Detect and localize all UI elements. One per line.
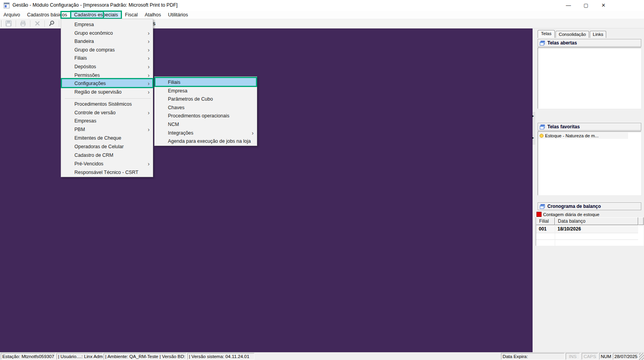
menu-item-pre-vencidos[interactable]: Pré-Vencidos› xyxy=(62,160,152,168)
telas-favoritas-header[interactable]: Telas favoritas xyxy=(538,123,641,131)
menubar-item-cadastros-especiais[interactable]: Cadastros especiais xyxy=(71,11,122,19)
save-icon[interactable] xyxy=(4,19,13,28)
menu-item-configuracoes[interactable]: Configurações› xyxy=(62,79,152,88)
splitter-arrow-icon: ▸ xyxy=(532,114,534,118)
legend-red-square-icon xyxy=(536,212,542,217)
submenu-item-agenda-jobs-loja[interactable]: Agenda para execução de jobs na loja xyxy=(155,137,256,145)
menu-item-pbm[interactable]: PBM› xyxy=(62,125,152,134)
menu-item-grupo-economico[interactable]: Grupo econômico› xyxy=(62,29,152,37)
resize-grip[interactable] xyxy=(639,353,644,360)
submenu-item-chaves[interactable]: Chaves xyxy=(155,103,256,112)
table-cell-data-balanco[interactable]: 18/10/2026 xyxy=(555,225,638,233)
submenu-item-integracoes[interactable]: Integrações› xyxy=(155,129,256,137)
legend-label: Contagem diária de estoque xyxy=(543,212,600,217)
status-versao-sistema: | Versão sistema: 04.11.24.01 xyxy=(187,353,254,360)
status-data-expira: Data Expira: xyxy=(501,353,565,360)
status-date: 28/07/2025 xyxy=(613,353,639,360)
menu-item-controle-de-versao[interactable]: Controle de versão› xyxy=(62,108,152,117)
submenu-item-empresa[interactable]: Empresa xyxy=(155,87,256,95)
close-button[interactable]: ✕ xyxy=(598,1,609,10)
status-num-indicator: NUM xyxy=(599,353,612,360)
telas-favoritas-list[interactable]: Estoque - Natureza de m... xyxy=(538,131,641,195)
title-bar: Gestão - Módulo Configuração - [Impresso… xyxy=(0,0,644,11)
menu-item-filiais[interactable]: Filiais› xyxy=(62,54,152,62)
table-gridline xyxy=(536,233,638,233)
submenu-item-parametros-de-cubo[interactable]: Parâmetros de Cubo xyxy=(155,95,256,103)
favorite-item-label: Estoque - Natureza de m... xyxy=(545,133,598,138)
menu-cadastros-especiais: Empresa Grupo econômico› Bandeira› Grupo… xyxy=(61,19,153,177)
column-header-data-balanco[interactable]: Data balanço xyxy=(555,217,638,225)
minimize-button[interactable]: — xyxy=(563,1,573,10)
print-icon[interactable] xyxy=(18,19,28,28)
menu-item-depositos[interactable]: Depósitos› xyxy=(62,62,152,71)
column-header-filial[interactable]: Filial xyxy=(536,217,555,225)
menubar-item-cadastros-basicos[interactable]: Cadastros básicos xyxy=(23,11,71,19)
table-gridline xyxy=(536,239,638,240)
menu-item-responsavel-tecnico-csrt[interactable]: Responsável Técnico - CSRT xyxy=(62,168,152,177)
toolbar-grip xyxy=(1,20,2,27)
status-estacao: Estação: Mtznotfs059307 xyxy=(1,353,56,360)
menubar-item-utilitarios[interactable]: Utilitários xyxy=(164,11,191,19)
tab-telas[interactable]: Telas xyxy=(538,30,555,38)
table-cell-filial[interactable]: 001 xyxy=(536,225,555,233)
splitter-arrow-icon: ▸ xyxy=(532,136,534,140)
submenu-arrow-icon: › xyxy=(148,46,150,54)
status-usuario: | Usuário....: Linx Adm xyxy=(56,353,103,360)
menu-item-emitentes-de-cheque[interactable]: Emitentes de Cheque xyxy=(62,134,152,142)
submenu-arrow-icon: › xyxy=(148,29,150,37)
favorite-item-estoque-natureza[interactable]: Estoque - Natureza de m... xyxy=(538,133,628,139)
menubar-item-arquivo[interactable]: Arquivo xyxy=(0,11,23,19)
right-panel: Telas Consolidação Links Telas abertas T… xyxy=(535,28,644,352)
window-title: Gestão - Módulo Configuração - [Impresso… xyxy=(12,2,178,8)
submenu-arrow-icon: › xyxy=(148,88,150,96)
menu-item-procedimentos-sistemicos[interactable]: Procedimentos Sistêmicos xyxy=(62,100,152,108)
menu-item-empresa[interactable]: Empresa xyxy=(62,20,152,29)
table-gridline xyxy=(555,225,555,246)
status-ambiente-versao-bd: | Ambiente: QA_RM-Teste | Versão BD: xyxy=(104,353,187,360)
tab-consolidacao[interactable]: Consolidação xyxy=(556,31,589,38)
menubar-item-fiscal[interactable]: Fiscal xyxy=(122,11,141,19)
telas-abertas-list[interactable] xyxy=(538,48,641,109)
menu-item-grupo-de-compras[interactable]: Grupo de compras› xyxy=(62,46,152,54)
maximize-button[interactable]: ▢ xyxy=(581,1,591,10)
submenu-arrow-icon: › xyxy=(148,62,150,71)
submenu-arrow-icon: › xyxy=(148,79,150,88)
menu-item-regiao-de-supervisao[interactable]: Região de supervisão› xyxy=(62,88,152,96)
delete-icon[interactable] xyxy=(33,19,42,28)
submenu-arrow-icon: › xyxy=(148,71,150,80)
search-icon[interactable] xyxy=(47,19,56,28)
stacked-windows-icon xyxy=(540,41,545,46)
submenu-configuracoes: Filiais Empresa Parâmetros de Cubo Chave… xyxy=(154,76,257,146)
status-bar: Estação: Mtznotfs059307 | Usuário....: L… xyxy=(0,352,644,360)
menu-item-operadoras-de-celular[interactable]: Operadoras de Celular xyxy=(62,142,152,151)
submenu-item-procedimentos-operacionais[interactable]: Procedimentos operacionais xyxy=(155,112,256,120)
submenu-arrow-icon: › xyxy=(148,108,150,117)
column-header-stub[interactable] xyxy=(638,217,644,225)
app-icon xyxy=(4,2,10,9)
status-ins-indicator: INS xyxy=(566,353,580,360)
menubar-item-atalhos[interactable]: Atalhos xyxy=(141,11,164,19)
cronograma-table: Filial Data balanço 001 18/10/2026 xyxy=(536,217,644,246)
panel-splitter[interactable]: ▸ ▸ xyxy=(533,28,535,352)
submenu-item-filiais[interactable]: Filiais xyxy=(155,78,256,87)
tab-links[interactable]: Links xyxy=(590,31,606,38)
menu-item-bandeira[interactable]: Bandeira› xyxy=(62,37,152,46)
menu-separator xyxy=(65,98,151,99)
submenu-item-ncm[interactable]: NCM xyxy=(155,120,256,129)
menu-item-permissoes[interactable]: Permissões› xyxy=(62,71,152,80)
cronograma-title: Cronograma de balanço xyxy=(547,204,601,209)
menu-item-cadastro-de-crm[interactable]: Cadastro de CRM xyxy=(62,151,152,160)
cronograma-header[interactable]: Cronograma de balanço xyxy=(538,202,641,210)
telas-abertas-title: Telas abertas xyxy=(547,40,577,46)
menu-bar: Arquivo Cadastros básicos Cadastros espe… xyxy=(0,11,644,19)
stacked-windows-icon xyxy=(540,124,545,129)
menu-item-empresas[interactable]: Empresas xyxy=(62,117,152,125)
cronograma-legend: Contagem diária de estoque xyxy=(536,212,600,217)
stacked-windows-icon xyxy=(540,204,545,209)
status-caps-indicator: CAPS xyxy=(582,353,598,360)
submenu-arrow-icon: › xyxy=(148,54,150,62)
favorite-bullet-icon xyxy=(540,134,543,138)
submenu-arrow-icon: › xyxy=(252,129,254,137)
telas-abertas-header[interactable]: Telas abertas xyxy=(538,39,641,47)
submenu-arrow-icon: › xyxy=(148,160,150,168)
